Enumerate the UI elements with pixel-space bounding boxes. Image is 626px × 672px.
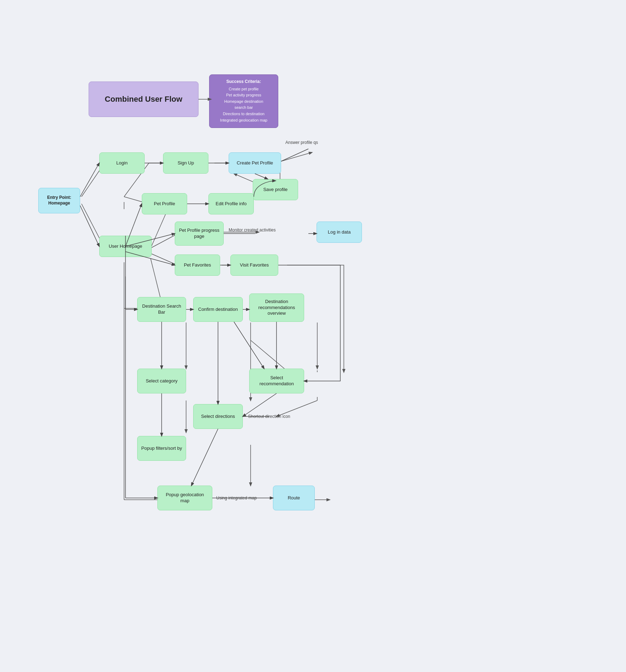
svg-line-4 xyxy=(281,152,312,161)
svg-line-54 xyxy=(234,322,264,369)
popup-filters-label: Popup filters/sort by xyxy=(141,446,182,452)
main-title-text: Combined User Flow xyxy=(105,94,183,105)
main-title-node: Combined User Flow xyxy=(89,82,199,117)
visit-favorites-node: Visit Favorites xyxy=(230,254,278,276)
select-directions-label: Select directions xyxy=(201,414,235,420)
answer-profile-qs-label: Answer profile qs xyxy=(285,140,318,145)
log-in-data-node: Log in data xyxy=(317,222,362,243)
pet-profile-node: Pet Profile xyxy=(142,193,187,214)
select-recommendation-label: Select recommendation xyxy=(253,375,300,387)
confirm-destination-label: Confirm destination xyxy=(198,307,238,313)
confirm-destination-node: Confirm destination xyxy=(193,297,243,322)
popup-geolocation-label: Popup geolocation map xyxy=(161,492,208,504)
pet-profile-label: Pet Profile xyxy=(154,201,175,207)
create-pet-profile-node: Create Pet Profile xyxy=(229,152,281,174)
select-recommendation-node: Select recommendation xyxy=(249,369,304,393)
user-homepage-node: User Homepage xyxy=(99,236,152,257)
login-node: Login xyxy=(99,152,145,174)
login-label: Login xyxy=(116,160,128,166)
popup-geolocation-node: Popup geolocation map xyxy=(157,486,212,510)
save-profile-node: Save profile xyxy=(253,179,298,200)
sign-up-node: Sign Up xyxy=(163,152,208,174)
svg-line-57 xyxy=(191,429,218,486)
edit-profile-label: Edit Profile info xyxy=(216,201,246,207)
svg-line-36 xyxy=(281,149,308,161)
select-directions-node: Select directions xyxy=(193,404,243,429)
svg-line-14 xyxy=(151,253,177,265)
save-profile-label: Save profile xyxy=(263,187,288,193)
popup-filters-node: Popup filters/sort by xyxy=(137,436,186,461)
entry-point-node: Entry Point: Homepage xyxy=(38,188,80,213)
destination-search-node: Destination Search Bar xyxy=(137,297,186,322)
pet-profile-progress-label: Pet Profile progress page xyxy=(179,228,220,240)
svg-line-37 xyxy=(255,174,268,179)
svg-line-55 xyxy=(243,393,276,416)
svg-line-11 xyxy=(151,234,177,248)
user-homepage-label: User Homepage xyxy=(109,243,142,250)
shortcut-direction-label: Shortcut direction icon xyxy=(248,414,290,419)
log-in-data-label: Log in data xyxy=(328,229,351,235)
dest-recommendations-label: Destination recommendations overview xyxy=(253,299,300,317)
visit-favorites-label: Visit Favorites xyxy=(240,262,269,268)
create-pet-profile-label: Create Pet Profile xyxy=(237,160,273,166)
destination-search-label: Destination Search Bar xyxy=(141,303,182,315)
dest-recommendations-node: Destination recommendations overview xyxy=(249,293,304,322)
success-items: Create pet profile Pet activity progress… xyxy=(215,86,272,124)
monitor-activities-label: Monitor created activities xyxy=(229,228,276,233)
sign-up-label: Sign Up xyxy=(178,160,194,166)
using-integrated-map-label: Using integrated map xyxy=(216,495,257,500)
success-title: Success Criteria: xyxy=(215,79,272,85)
diagram-container: Combined User Flow Success Criteria: Cre… xyxy=(0,0,626,672)
success-criteria-node: Success Criteria: Create pet profile Pet… xyxy=(209,74,278,128)
select-category-label: Select category xyxy=(146,378,178,384)
edit-profile-node: Edit Profile info xyxy=(208,193,254,214)
pet-favorites-label: Pet Favorites xyxy=(184,262,211,268)
route-label: Route xyxy=(288,495,300,501)
pet-favorites-node: Pet Favorites xyxy=(175,254,220,276)
select-category-node: Select category xyxy=(137,369,186,393)
route-node: Route xyxy=(273,486,315,510)
pet-profile-progress-node: Pet Profile progress page xyxy=(175,222,224,246)
entry-point-label: Entry Point: Homepage xyxy=(47,195,71,206)
